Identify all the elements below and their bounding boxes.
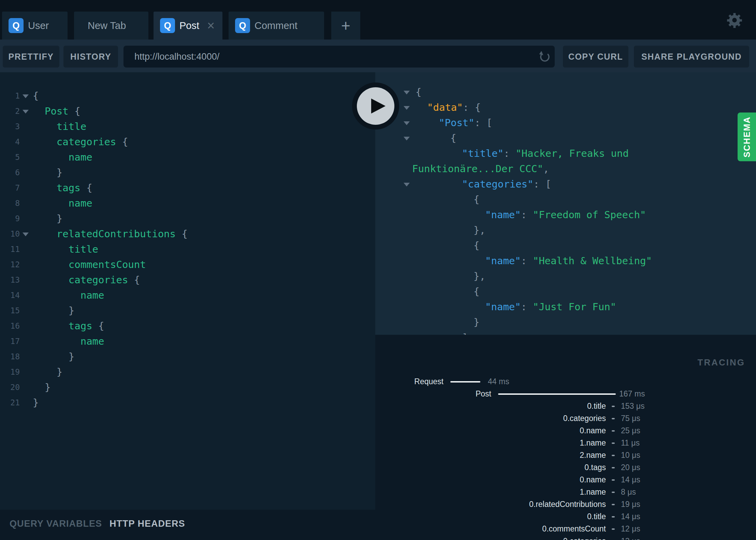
fold-arrow-icon[interactable]: [23, 94, 29, 98]
add-tab-button[interactable]: +: [331, 12, 360, 40]
response-line: "name": "Freedom of Speech": [375, 207, 756, 223]
response-line: "title": "Hacker, Freaks und: [375, 146, 756, 161]
share-playground-button[interactable]: SHARE PLAYGROUND: [634, 46, 749, 68]
query-badge: Q: [160, 18, 175, 33]
query-line: 1{: [0, 88, 375, 104]
trace-field-duration: 8 μs: [621, 487, 636, 497]
trace-field-duration: 12 μs: [621, 524, 640, 534]
fold-arrow-icon[interactable]: [23, 110, 29, 114]
line-number: 4: [0, 134, 20, 150]
query-badge: Q: [9, 18, 24, 33]
trace-field-bar: [612, 504, 615, 505]
line-number: 19: [0, 364, 20, 380]
schema-tab-button[interactable]: SCHEMA: [738, 112, 756, 161]
line-number: 5: [0, 150, 20, 165]
tab-label: New Tab: [88, 20, 126, 31]
tab-query-variables[interactable]: QUERY VARIABLES: [10, 519, 102, 529]
query-line: 7 tags {: [0, 180, 375, 196]
trace-span-label: Request: [414, 377, 444, 386]
query-line: 6 }: [0, 165, 375, 180]
execute-button[interactable]: [352, 82, 399, 130]
fold-arrow-icon[interactable]: [404, 121, 410, 125]
line-number: 21: [0, 395, 20, 410]
response-line: "categories": [: [375, 177, 756, 192]
line-number: 2: [0, 104, 20, 119]
line-number: 12: [0, 257, 20, 272]
query-line: 20 }: [0, 380, 375, 395]
copy-curl-button[interactable]: COPY CURL: [563, 46, 628, 68]
trace-field-label: 1.name: [580, 487, 606, 497]
reload-icon[interactable]: [538, 50, 552, 63]
trace-span-bar: [498, 393, 616, 395]
play-icon: [371, 99, 386, 114]
query-editor[interactable]: 1{2 Post {3 title4 categories {5 name6 }…: [0, 72, 375, 510]
trace-field-duration: 75 μs: [621, 414, 640, 423]
tab-http-headers[interactable]: HTTP HEADERS: [110, 519, 185, 529]
response-line: ]: [375, 330, 756, 335]
top-bar: QUserNew TabQPost×QComment +: [0, 0, 756, 40]
trace-field-duration: 14 μs: [621, 512, 640, 521]
tab-new-tab[interactable]: New Tab: [74, 12, 148, 40]
response-line: }: [375, 315, 756, 330]
query-line: 19 }: [0, 364, 375, 380]
response-line: "Post": [: [375, 115, 756, 131]
query-line: 5 name: [0, 150, 375, 165]
fold-arrow-icon[interactable]: [404, 91, 410, 94]
response-line: "name": "Just For Fun": [375, 299, 756, 315]
tracing-panel: TRACING Request44 msPost167 ms0.title153…: [375, 335, 756, 540]
trace-field-label: 0.title: [587, 512, 606, 521]
tab-label: Post: [179, 20, 199, 31]
trace-field-duration: 11 μs: [621, 438, 640, 448]
query-line: 3 title: [0, 119, 375, 134]
query-line: 12 commentsCount: [0, 257, 375, 272]
trace-field-duration: 20 μs: [621, 463, 640, 472]
response-line: {: [375, 85, 756, 100]
trace-field-duration: 13 μs: [621, 537, 640, 540]
endpoint-url-input[interactable]: http://localhost:4000/: [123, 46, 555, 68]
trace-field-bar: [612, 418, 615, 419]
tab-comment[interactable]: QComment: [229, 12, 324, 40]
line-number: 3: [0, 119, 20, 134]
trace-field-duration: 153 μs: [621, 402, 645, 411]
trace-field-label: 1.name: [580, 438, 606, 448]
toolbar: PRETTIFY HISTORY http://localhost:4000/ …: [0, 40, 756, 72]
response-line: },: [375, 269, 756, 284]
response-viewer: {"data": {"Post": [{"title": "Hacker, Fr…: [375, 72, 756, 335]
tab-post[interactable]: QPost×: [154, 12, 222, 40]
query-line: 15 }: [0, 303, 375, 318]
line-number: 17: [0, 334, 20, 349]
trace-field-duration: 14 μs: [621, 475, 640, 484]
response-line: "data": {: [375, 100, 756, 115]
query-line: 18 }: [0, 349, 375, 364]
trace-field-bar: [612, 406, 615, 407]
fold-arrow-icon[interactable]: [404, 183, 410, 186]
fold-arrow-icon[interactable]: [23, 232, 29, 236]
line-number: 18: [0, 349, 20, 364]
fold-arrow-icon[interactable]: [404, 137, 410, 140]
trace-field-duration: 19 μs: [621, 500, 640, 509]
query-badge: Q: [235, 18, 250, 33]
history-button[interactable]: HISTORY: [63, 46, 118, 68]
trace-field-label: 0.relatedContributions: [529, 500, 606, 509]
tab-label: Comment: [255, 20, 297, 31]
trace-field-label: 0.name: [580, 475, 606, 484]
fold-arrow-icon[interactable]: [404, 106, 410, 110]
response-line: },: [375, 223, 756, 238]
query-line: 9 }: [0, 211, 375, 226]
line-number: 6: [0, 165, 20, 180]
trace-field-bar: [612, 479, 615, 481]
line-number: 11: [0, 242, 20, 257]
line-number: 15: [0, 303, 20, 318]
tab-user[interactable]: QUser: [2, 12, 68, 40]
response-line: "name": "Health & Wellbeing": [375, 253, 756, 269]
close-tab-icon[interactable]: ×: [207, 19, 215, 32]
settings-gear-icon[interactable]: [727, 12, 742, 28]
trace-field-label: 0.tags: [584, 463, 606, 472]
trace-field-label: 0.categories: [563, 537, 606, 540]
prettify-button[interactable]: PRETTIFY: [3, 46, 59, 68]
trace-field-bar: [612, 467, 615, 468]
trace-span-bar: [450, 381, 480, 382]
trace-field-label: 0.name: [580, 426, 606, 435]
trace-field-label: 0.commentsCount: [542, 524, 606, 534]
query-line: 8 name: [0, 196, 375, 211]
